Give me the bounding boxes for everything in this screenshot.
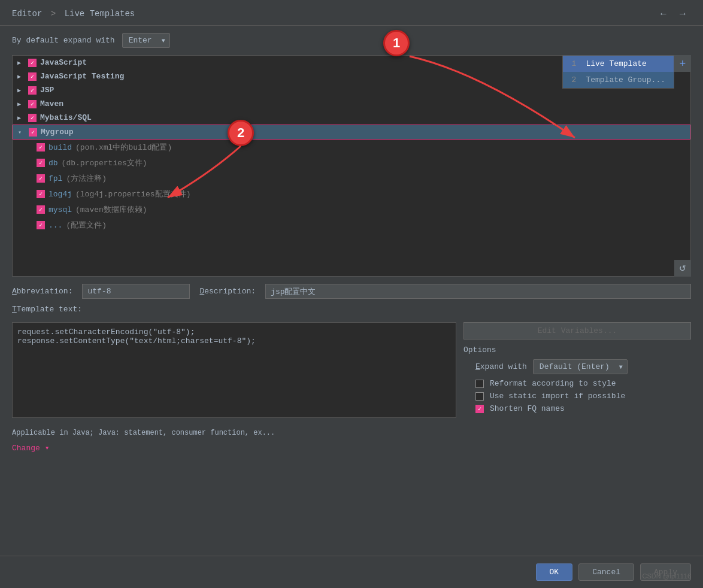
- item-fpl[interactable]: fpl (方法注释): [13, 171, 690, 186]
- restore-button[interactable]: ↺: [674, 260, 691, 277]
- group-label-javascript: JavaScript: [40, 58, 87, 67]
- checkbox-jsp[interactable]: [28, 86, 37, 95]
- item2-number: 2: [571, 75, 581, 84]
- expand-with-option-label: Expand with: [475, 362, 527, 371]
- desc-label-text: escription:: [204, 287, 256, 296]
- checkbox-misc[interactable]: [37, 221, 45, 229]
- checkbox-javascript[interactable]: [28, 59, 37, 67]
- item2-label: Template Group...: [586, 75, 665, 84]
- chevron-jsp: ▶: [17, 87, 25, 94]
- description-input[interactable]: [265, 284, 691, 299]
- group-maven[interactable]: ▶ Maven: [13, 97, 690, 111]
- reformat-row: Reformat according to style: [463, 379, 691, 388]
- checkbox-mygroup[interactable]: [29, 128, 37, 137]
- static-import-checkbox[interactable]: [475, 392, 484, 401]
- abbreviation-label: Abbreviation:: [12, 287, 72, 296]
- breadcrumb-current: Live Templates: [65, 9, 135, 19]
- item-db[interactable]: db (db.properties文件): [13, 155, 690, 171]
- abbrev-label-text: bbreviation:: [17, 287, 73, 296]
- checkbox-build[interactable]: [37, 143, 45, 151]
- expand-with-row: Expand with Default (Enter) Enter Tab Sp…: [463, 359, 691, 374]
- expand-with-select-wrapper[interactable]: Default (Enter) Enter Tab Space: [533, 359, 628, 374]
- breadcrumb-root: Editor: [12, 9, 42, 19]
- abbrev-fpl: fpl: [49, 174, 62, 183]
- header-nav: ← →: [655, 7, 691, 20]
- applicable-text: Applicable in Java; Java: statement, con…: [12, 429, 275, 437]
- group-mybatis[interactable]: ▶ Mybatis/SQL: [13, 111, 690, 125]
- checkbox-db[interactable]: [37, 159, 45, 167]
- watermark: CSDN @fpl1116: [643, 572, 691, 580]
- item-build[interactable]: build (pom.xml中的build配置): [13, 140, 690, 155]
- add-button[interactable]: +: [674, 55, 691, 72]
- group-label-jsp: JSP: [40, 86, 54, 95]
- template-text-wrapper: request.setCharacterEncoding("utf-8"); r…: [12, 322, 456, 420]
- dropdown-live-template[interactable]: 1 Live Template: [563, 56, 674, 72]
- abbrev-desc-row: Abbreviation: Description:: [12, 284, 691, 299]
- expand-with-select[interactable]: Default (Enter) Enter Tab Space: [533, 359, 628, 374]
- dialog: Editor > Live Templates ← → By default e…: [0, 0, 703, 588]
- group-label-js-testing: JavaScript Testing: [40, 72, 124, 81]
- reformat-label: Reformat according to style: [490, 379, 616, 388]
- item1-label: Live Template: [586, 59, 646, 68]
- cancel-button[interactable]: Cancel: [578, 563, 634, 581]
- description-label: Description:: [199, 287, 256, 296]
- shorten-row: Shorten FQ names: [463, 404, 691, 413]
- group-label-mybatis: Mybatis/SQL: [40, 113, 92, 122]
- header: Editor > Live Templates ← →: [0, 0, 703, 26]
- change-row: Change ▾: [12, 443, 691, 453]
- expand-select[interactable]: Enter Tab Space: [122, 33, 170, 48]
- shorten-checkbox[interactable]: [475, 405, 484, 413]
- group-mygroup[interactable]: ▾ Mygroup: [13, 125, 690, 140]
- chevron-mygroup: ▾: [18, 129, 25, 136]
- desc-log4j: (log4j.properties配置文件): [75, 189, 190, 199]
- abbrev-build: build: [49, 143, 72, 152]
- desc-mysql: (maven数据库依赖): [75, 204, 147, 215]
- toolbar: By default expand with Enter Tab Space: [0, 26, 703, 55]
- checkbox-mybatis[interactable]: [28, 114, 37, 122]
- abbreviation-input[interactable]: [82, 284, 190, 299]
- checkbox-js-testing[interactable]: [28, 72, 37, 81]
- edit-variables-button[interactable]: Edit Variables...: [463, 322, 691, 340]
- expand-with-label: By default expand with: [12, 36, 115, 45]
- chevron-javascript: ▶: [17, 59, 25, 66]
- desc-db: (db.properties文件): [62, 157, 147, 168]
- checkbox-log4j[interactable]: [37, 190, 45, 198]
- item-mysql[interactable]: mysql (maven数据库依赖): [13, 202, 690, 217]
- template-text-label: TTemplate text:: [12, 305, 691, 314]
- main-area: ▶ JavaScript ▶ JavaScript Testing ▶ JSP: [0, 55, 703, 556]
- template-textarea[interactable]: request.setCharacterEncoding("utf-8"); r…: [12, 322, 456, 418]
- abbrev-misc: ...: [49, 221, 62, 230]
- options-section: Options Expand with Default (Enter) Ente…: [463, 345, 691, 417]
- change-link[interactable]: Change ▾: [12, 443, 49, 453]
- dialog-footer: OK Cancel Apply: [0, 556, 703, 588]
- item-log4j[interactable]: log4j (log4j.properties配置文件): [13, 186, 690, 202]
- group-label-maven: Maven: [40, 99, 63, 108]
- breadcrumb: Editor > Live Templates: [12, 9, 135, 19]
- abbrev-db: db: [49, 159, 58, 168]
- chevron-js-testing: ▶: [17, 73, 25, 80]
- applicable-row: Applicable in Java; Java: statement, con…: [12, 426, 691, 437]
- dropdown-template-group[interactable]: 2 Template Group...: [563, 72, 674, 88]
- abbrev-log4j: log4j: [49, 190, 72, 199]
- templates-container: ▶ JavaScript ▶ JavaScript Testing ▶ JSP: [12, 55, 691, 277]
- desc-fpl: (方法注释): [66, 173, 107, 184]
- checkbox-mysql[interactable]: [37, 205, 45, 214]
- forward-button[interactable]: →: [674, 7, 691, 20]
- checkbox-fpl[interactable]: [37, 174, 45, 183]
- ok-button[interactable]: OK: [536, 563, 573, 581]
- bottom-panel: Abbreviation: Description: TTemplate tex…: [12, 277, 691, 460]
- expand-select-wrapper[interactable]: Enter Tab Space: [122, 33, 170, 48]
- change-chevron: ▾: [45, 444, 50, 453]
- checkbox-maven[interactable]: [28, 100, 37, 108]
- desc-misc: (配置文件): [66, 220, 107, 231]
- abbrev-mysql: mysql: [49, 205, 72, 214]
- static-import-label: Use static import if possible: [490, 392, 625, 401]
- breadcrumb-separator: >: [51, 9, 56, 19]
- reformat-checkbox[interactable]: [475, 380, 484, 388]
- item-misc[interactable]: ... (配置文件): [13, 217, 690, 233]
- back-button[interactable]: ←: [655, 7, 672, 20]
- chevron-mybatis: ▶: [17, 114, 25, 122]
- chevron-maven: ▶: [17, 101, 25, 108]
- dropdown-menu: 1 Live Template 2 Template Group...: [562, 55, 674, 89]
- right-panel: Edit Variables... Options Expand with De…: [463, 322, 691, 420]
